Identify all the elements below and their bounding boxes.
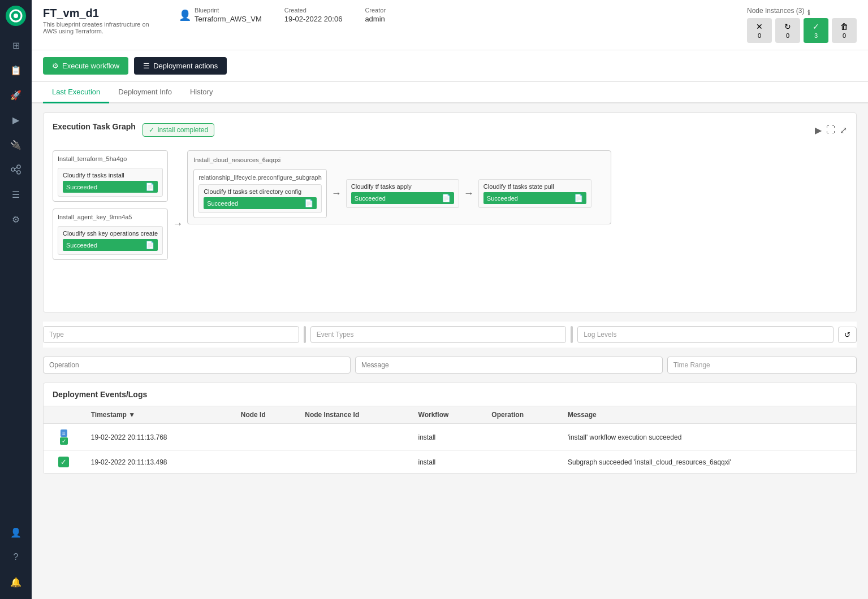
agent-key-box-title: Install_agent_key_9mn4a5 xyxy=(58,214,163,223)
graph-left: Execution Task Graph ✓ install completed xyxy=(53,122,214,138)
doc-icon2[interactable]: 📄 xyxy=(145,241,154,249)
row-node-id xyxy=(234,424,298,451)
plugins-icon[interactable]: 🔌 xyxy=(5,133,27,156)
task-graph: Install_terraform_5ha4go Cloudify tf tas… xyxy=(53,145,847,303)
row-node-instance-id xyxy=(298,424,411,451)
task-box-agent-key: Install_agent_key_9mn4a5 Cloudify ssh ke… xyxy=(53,209,168,260)
doc-icon4[interactable]: 📄 xyxy=(442,194,451,202)
task-item-ssh-key: Cloudify ssh key operations create Succe… xyxy=(58,226,163,255)
row-operation-2 xyxy=(485,451,561,474)
status-ok-btn[interactable]: ✓ 3 xyxy=(804,18,828,43)
fullscreen-icon[interactable]: ⛶ xyxy=(826,125,835,136)
help-icon[interactable]: ? xyxy=(5,546,27,568)
doc-icon[interactable]: 📄 xyxy=(145,183,154,191)
dashboard-icon[interactable]: ⊞ xyxy=(5,34,27,57)
big-box-title: Install_cloud_resources_6aqqxi xyxy=(193,157,605,163)
expand-icon[interactable]: ⤢ xyxy=(840,125,847,136)
doc-icon3[interactable]: 📄 xyxy=(304,199,313,207)
creator-section: Creator admin xyxy=(365,7,386,23)
page-header: FT_vm_d1 This blueprint creates infrastr… xyxy=(32,0,868,50)
nodes-icon[interactable] xyxy=(5,158,27,181)
doc-icon5[interactable]: 📄 xyxy=(574,194,583,202)
operation-input[interactable] xyxy=(43,357,351,374)
settings-icon[interactable]: ⚙ xyxy=(5,208,27,231)
task-status-ssh-key[interactable]: Succeeded 📄 xyxy=(63,239,158,251)
svg-point-3 xyxy=(11,168,15,171)
execute-workflow-button[interactable]: ⚙ Execute workflow xyxy=(43,57,128,75)
task-box-terraform: Install_terraform_5ha4go Cloudify tf tas… xyxy=(53,150,168,202)
terraform-box-title: Install_terraform_5ha4go xyxy=(58,155,163,164)
node-instances-section: Node Instances (3) ℹ ✕ 0 ↻ 0 ✓ 3 🗑 xyxy=(747,7,857,43)
table-row[interactable]: ✓ 19-02-2022 20:11:13.498 install Subgra… xyxy=(44,451,856,474)
status-deleted-btn[interactable]: 🗑 0 xyxy=(832,18,857,43)
main-scroll-area[interactable]: Execution Task Graph ✓ install completed… xyxy=(32,103,868,599)
trash-icon: 🗑 xyxy=(840,22,848,31)
row-timestamp-2: 19-02-2022 20:11:13.498 xyxy=(84,451,234,474)
page-subtitle: This blueprint creates infrastructure on… xyxy=(43,21,156,34)
row-icon-multi: ≡ ✓ xyxy=(50,429,77,445)
col-workflow: Workflow xyxy=(412,406,485,424)
blueprint-section: 👤 Blueprint Terraform_AWS_VM xyxy=(179,7,262,23)
col-node-id: Node Id xyxy=(234,406,298,424)
subgraph-box: relationship_lifecycle.preconfigure_subg… xyxy=(193,169,327,218)
alerts-icon[interactable]: 🔔 xyxy=(5,571,27,593)
event-types-filter[interactable]: Event Types xyxy=(310,326,567,343)
status-error-btn[interactable]: ✕ 0 xyxy=(747,18,772,43)
subgraph-title: relationship_lifecycle.preconfigure_subg… xyxy=(198,174,322,181)
play-icon[interactable]: ▶ xyxy=(815,125,822,136)
events-title: Deployment Events/Logs xyxy=(44,383,856,406)
refresh-button[interactable]: ↺ xyxy=(838,327,857,343)
table-row[interactable]: ≡ ✓ 19-02-2022 20:11:13.768 install 'ins… xyxy=(44,424,856,451)
info-icon[interactable]: ℹ xyxy=(807,8,810,17)
task-status-set-dir[interactable]: Succeeded 📄 xyxy=(204,197,317,209)
svg-line-6 xyxy=(15,167,17,169)
deployment-actions-button[interactable]: ☰ Deployment actions xyxy=(134,57,227,75)
execute-icon: ⚙ xyxy=(52,62,59,70)
tab-history[interactable]: History xyxy=(181,82,222,103)
tab-deployment-info[interactable]: Deployment Info xyxy=(109,82,181,103)
filters-row-1: Type Event Types Log Levels ↺ xyxy=(43,322,857,348)
tab-last-execution[interactable]: Last Execution xyxy=(43,82,109,103)
created-value: 19-02-2022 20:06 xyxy=(284,15,343,23)
check-badge-icon: ✓ xyxy=(149,126,154,134)
deployments-icon[interactable]: 🚀 xyxy=(5,84,27,106)
blueprints-icon[interactable]: 📋 xyxy=(5,59,27,81)
filters-row-2: Time Range xyxy=(43,357,857,374)
events-card: Deployment Events/Logs Timestamp ▼ Node … xyxy=(43,383,857,474)
task-item-tf-install: Cloudify tf tasks install Succeeded 📄 xyxy=(58,168,163,197)
row-node-instance-id-2 xyxy=(298,451,411,474)
left-task-column: Install_terraform_5ha4go Cloudify tf tas… xyxy=(53,150,168,260)
table-header-row: Timestamp ▼ Node Id Node Instance Id Wor… xyxy=(44,406,856,424)
graph-header: Execution Task Graph ✓ install completed… xyxy=(53,122,847,138)
blueprint-label: Blueprint xyxy=(195,7,262,14)
time-range-filter[interactable]: Time Range xyxy=(667,357,857,374)
status-loading-btn[interactable]: ↻ 0 xyxy=(775,18,800,43)
task-status-apply[interactable]: Succeeded 📄 xyxy=(351,192,454,204)
events-table: Timestamp ▼ Node Id Node Instance Id Wor… xyxy=(44,406,856,474)
task-item-state-pull: Cloudify tf tasks state pull Succeeded 📄 xyxy=(478,179,591,208)
type-filter[interactable]: Type xyxy=(43,326,299,343)
row-timestamp: 19-02-2022 20:11:13.768 xyxy=(84,424,234,451)
creator-label: Creator xyxy=(365,7,386,14)
toolbar: ⚙ Execute workflow ☰ Deployment actions xyxy=(32,50,868,82)
blueprint-info: Blueprint Terraform_AWS_VM xyxy=(195,7,262,23)
sidebar-logo[interactable] xyxy=(6,6,26,26)
catalog-icon[interactable]: ☰ xyxy=(5,183,27,206)
sidebar: ⊞ 📋 🚀 ▶ 🔌 ☰ ⚙ 👤 ? 🔔 xyxy=(0,0,32,599)
task-status-tf-install[interactable]: Succeeded 📄 xyxy=(63,181,158,193)
state-pull-column: Cloudify tf tasks state pull Succeeded 📄 xyxy=(478,179,591,208)
row-operation xyxy=(485,424,561,451)
arrow-subgraph-to-apply: → xyxy=(327,188,346,199)
graph-controls: ▶ ⛶ ⤢ xyxy=(815,125,847,136)
executions-icon[interactable]: ▶ xyxy=(5,108,27,131)
log-levels-filter[interactable]: Log Levels xyxy=(577,326,834,343)
user-icon[interactable]: 👤 xyxy=(5,521,27,544)
col-timestamp[interactable]: Timestamp ▼ xyxy=(84,406,234,424)
task-status-state-pull[interactable]: Succeeded 📄 xyxy=(483,192,586,204)
message-input[interactable] xyxy=(355,357,663,374)
node-instances-label: Node Instances (3) xyxy=(747,7,804,15)
loading-icon: ↻ xyxy=(784,22,791,31)
ok-count: 3 xyxy=(814,32,818,39)
svg-point-4 xyxy=(17,165,20,168)
svg-point-2 xyxy=(14,14,18,18)
